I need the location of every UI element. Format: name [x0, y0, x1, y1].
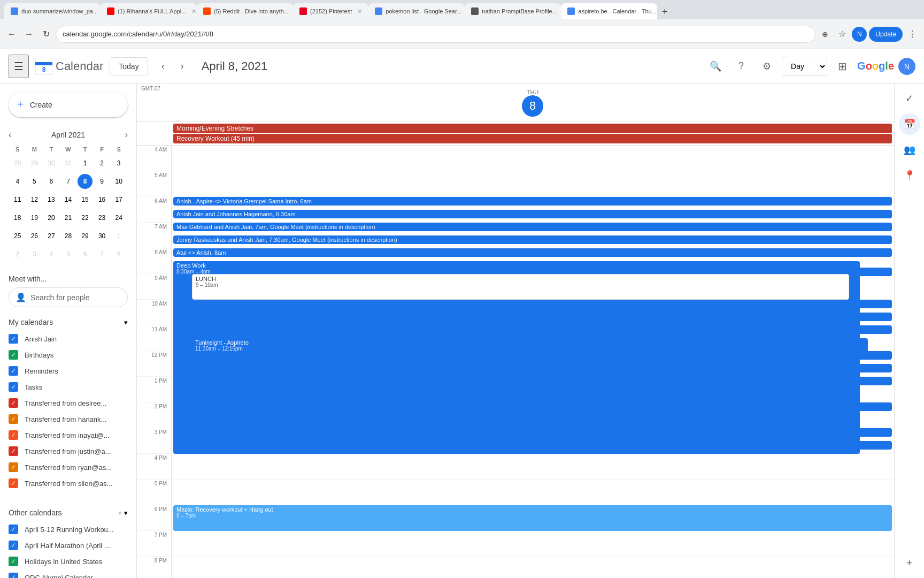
- user-avatar[interactable]: N: [898, 58, 915, 75]
- forward-button[interactable]: →: [21, 27, 36, 42]
- mini-cal-day[interactable]: 23: [94, 209, 110, 226]
- tab-close-4[interactable]: ✕: [357, 8, 362, 15]
- mini-cal-day[interactable]: 30: [43, 155, 59, 172]
- mini-cal-day[interactable]: 2: [10, 246, 26, 263]
- today-button[interactable]: Today: [110, 57, 148, 75]
- other-calendar-item[interactable]: Holidays in United States: [0, 553, 136, 569]
- tab-1[interactable]: duo-summarize/window_pa... ✕: [4, 3, 101, 19]
- calendar-event[interactable]: LUNCH9 – 10am: [192, 274, 849, 300]
- mini-cal-day[interactable]: 29: [27, 155, 43, 172]
- other-calendar-checkbox[interactable]: [9, 557, 18, 566]
- google-apps-button[interactable]: ⊞: [831, 56, 853, 77]
- mini-cal-day[interactable]: 3: [27, 246, 43, 263]
- mini-cal-next-button[interactable]: ›: [125, 130, 128, 140]
- prev-day-button[interactable]: ‹: [155, 58, 172, 75]
- my-calendar-item[interactable]: Transferred from inayat@...: [0, 427, 136, 443]
- other-calendar-checkbox[interactable]: [9, 573, 18, 578]
- search-button[interactable]: 🔍: [705, 56, 726, 77]
- add-other-calendar-icon[interactable]: +: [118, 509, 122, 517]
- calendar-event[interactable]: Maslo: Recovery workout + Hang out6 – 7p…: [173, 505, 892, 531]
- address-bar[interactable]: calendar.google.com/calendar/u/0/r/day/2…: [56, 26, 815, 43]
- tab-close-2[interactable]: ✕: [191, 8, 196, 15]
- mini-cal-day[interactable]: 19: [27, 209, 43, 226]
- view-selector[interactable]: Day Week Month Year: [782, 57, 827, 76]
- hour-slot[interactable]: [171, 146, 894, 171]
- all-day-event-1[interactable]: Morning/Evening Stretches: [173, 124, 892, 133]
- other-calendar-checkbox[interactable]: [9, 524, 18, 534]
- mini-cal-day[interactable]: 7: [60, 173, 76, 190]
- calendar-checkbox[interactable]: [9, 430, 18, 440]
- side-calendar-icon[interactable]: 📅: [899, 113, 920, 135]
- next-day-button[interactable]: ›: [174, 58, 191, 75]
- side-maps-icon[interactable]: 📍: [899, 165, 920, 186]
- other-calendar-item[interactable]: ODC Alumni Calendar: [0, 569, 136, 578]
- my-calendar-item[interactable]: Transferred from silen@as...: [0, 475, 136, 491]
- mini-cal-day[interactable]: 24: [111, 209, 127, 226]
- menu-toggle-button[interactable]: ☰: [9, 55, 29, 78]
- mini-cal-day[interactable]: 3: [111, 155, 127, 172]
- my-calendars-header[interactable]: My calendars ▾: [0, 314, 136, 331]
- update-button[interactable]: Update: [869, 27, 903, 42]
- mini-cal-prev-button[interactable]: ‹: [9, 130, 11, 140]
- new-tab-button[interactable]: +: [657, 4, 672, 19]
- tab-7[interactable]: aspireto.be - Calendar - Thu... ✕: [561, 3, 657, 19]
- mini-cal-day[interactable]: 4: [43, 246, 59, 263]
- mini-cal-day[interactable]: 17: [111, 191, 127, 208]
- my-calendar-item[interactable]: Transferred from hariank...: [0, 411, 136, 427]
- mini-cal-day[interactable]: 8: [111, 246, 127, 263]
- bookmark-button[interactable]: ☆: [835, 27, 850, 42]
- my-calendar-item[interactable]: Transferred from ryan@as...: [0, 459, 136, 475]
- hour-slot[interactable]: [171, 480, 894, 505]
- calendar-checkbox[interactable]: [9, 462, 18, 472]
- hour-slot[interactable]: [171, 171, 894, 196]
- calendar-event[interactable]: Jonny Raskauskas and Anish Jain, 7:30am,…: [173, 235, 892, 244]
- calendar-checkbox[interactable]: [9, 350, 18, 360]
- mini-cal-day[interactable]: 21: [60, 209, 76, 226]
- profile-button[interactable]: N: [852, 27, 867, 42]
- other-calendar-item[interactable]: April 5-12 Running Workou...: [0, 521, 136, 537]
- my-calendar-item[interactable]: Transferred from justin@a...: [0, 443, 136, 459]
- tab-4[interactable]: (2152) Pinterest ✕: [293, 3, 368, 19]
- calendar-checkbox[interactable]: [9, 334, 18, 344]
- mini-cal-day[interactable]: 31: [60, 155, 76, 172]
- menu-button[interactable]: ⋮: [905, 27, 920, 42]
- mini-cal-day[interactable]: 5: [60, 246, 76, 263]
- tab-3[interactable]: (5) Reddit - Dive into anyth... ✕: [197, 3, 293, 19]
- hour-slot[interactable]: [171, 454, 894, 479]
- mini-calendar-title[interactable]: April 2021: [51, 131, 85, 139]
- mini-cal-day[interactable]: 25: [10, 227, 26, 245]
- calendar-checkbox[interactable]: [9, 366, 18, 376]
- side-people-icon[interactable]: 👥: [899, 139, 920, 161]
- mini-cal-day[interactable]: 22: [77, 209, 93, 226]
- mini-cal-day[interactable]: 28: [60, 227, 76, 245]
- mini-cal-day[interactable]: 29: [77, 227, 93, 245]
- mini-cal-day[interactable]: 11: [10, 191, 26, 208]
- hour-slot[interactable]: [171, 531, 894, 556]
- calendar-event[interactable]: Tuninsight - Aspireto11:30am – 12:15pm: [192, 338, 868, 358]
- mini-cal-day[interactable]: 5: [27, 173, 43, 190]
- mini-cal-day[interactable]: 4: [10, 173, 26, 190]
- calendar-checkbox[interactable]: [9, 478, 18, 488]
- calendar-checkbox[interactable]: [9, 398, 18, 408]
- other-calendars-header[interactable]: Other calendars + ▾: [0, 504, 136, 521]
- calendar-event[interactable]: Atul <> Anish, 8am: [173, 248, 892, 257]
- mini-cal-day[interactable]: 30: [94, 227, 110, 245]
- mini-cal-day[interactable]: 26: [27, 227, 43, 245]
- create-button[interactable]: + Create: [9, 92, 128, 117]
- calendar-event[interactable]: Max Gebhard and Anish Jain, 7am, Google …: [173, 223, 892, 231]
- my-calendar-item[interactable]: Tasks: [0, 379, 136, 395]
- mini-cal-day[interactable]: 16: [94, 191, 110, 208]
- mini-cal-day[interactable]: 10: [111, 173, 127, 190]
- mini-cal-day[interactable]: 9: [94, 173, 110, 190]
- hour-slot[interactable]: [171, 557, 894, 578]
- mini-cal-day[interactable]: 27: [43, 227, 59, 245]
- side-expand-icon[interactable]: +: [899, 552, 920, 574]
- my-calendar-item[interactable]: Anish Jain: [0, 331, 136, 347]
- my-calendar-item[interactable]: Birthdays: [0, 347, 136, 363]
- reload-button[interactable]: ↻: [38, 27, 53, 42]
- search-people-field[interactable]: 👤 Search for people: [9, 287, 128, 307]
- calendar-checkbox[interactable]: [9, 382, 18, 392]
- my-calendar-item[interactable]: Transferred from desiree...: [0, 395, 136, 411]
- other-calendar-checkbox[interactable]: [9, 541, 18, 550]
- tab-2[interactable]: (1) Rihanna's FULL Appl... ✕: [101, 3, 197, 19]
